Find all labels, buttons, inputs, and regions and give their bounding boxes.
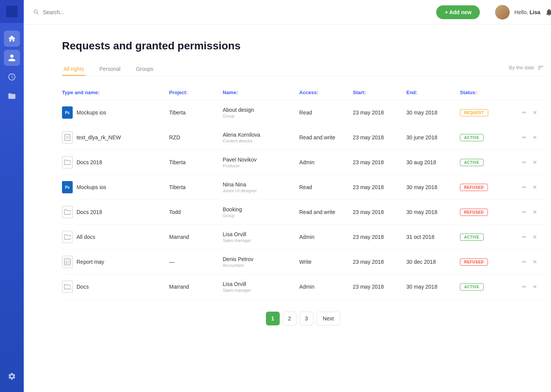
tab-groups[interactable]: Groups <box>134 63 155 76</box>
content-area: Requests and granted permissions All rig… <box>24 24 551 392</box>
type-name-7: Docs <box>77 284 89 290</box>
type-cell-1: text_dlya_rk_NEW <box>62 131 169 144</box>
project-cell-3: Tiberta <box>169 184 223 190</box>
name-sub-6: Accountant <box>223 263 299 268</box>
access-cell-6: Write <box>299 259 353 265</box>
name-main-7: Lisa Orvill <box>223 281 299 287</box>
search-container <box>33 9 430 16</box>
main-content: + Add new Hello, Lisa Requests and grant… <box>24 0 551 392</box>
table-row: text_dlya_rk_NEW RZD Alena Kornilova Con… <box>62 125 544 150</box>
status-badge-3: REFUSED <box>460 184 488 191</box>
sidebar <box>0 0 24 392</box>
access-cell-0: Read <box>299 109 353 116</box>
name-main-5: Lisa Orvill <box>223 231 299 237</box>
edit-button-1[interactable]: ✏ <box>521 134 527 141</box>
tab-personal[interactable]: Personal <box>98 63 122 76</box>
actions-cell-7: ✏ ✕ <box>521 283 544 291</box>
svg-rect-4 <box>64 259 70 265</box>
avatar-image <box>495 5 510 20</box>
type-cell-3: Ps Mockups ios <box>62 181 169 193</box>
edit-button-0[interactable]: ✏ <box>521 109 527 116</box>
file-icon-doc <box>62 131 73 144</box>
name-main-3: Nina Nina <box>223 181 299 188</box>
end-cell-1: 30 june 2018 <box>406 134 460 140</box>
sidebar-item-files[interactable] <box>4 88 20 104</box>
table-row: Docs 2018 Todd Booking Group Read and wr… <box>62 200 544 225</box>
file-icon-ps: Ps <box>62 106 73 119</box>
status-badge-6: REFUSED <box>460 258 488 266</box>
edit-button-4[interactable]: ✏ <box>521 208 527 216</box>
file-icon-table <box>62 256 73 268</box>
actions-cell-4: ✏ ✕ <box>521 208 544 216</box>
edit-button-2[interactable]: ✏ <box>521 158 527 166</box>
delete-button-1[interactable]: ✕ <box>532 134 538 141</box>
edit-button-3[interactable]: ✏ <box>521 183 527 191</box>
end-cell-2: 30 aug 2018 <box>406 159 460 165</box>
sort-icon[interactable] <box>537 64 544 71</box>
status-badge-2: ACTIVE <box>460 159 484 166</box>
delete-button-7[interactable]: ✕ <box>532 283 538 291</box>
delete-button-6[interactable]: ✕ <box>532 258 538 266</box>
sidebar-item-clock[interactable] <box>4 69 20 85</box>
add-new-button[interactable]: + Add new <box>436 5 480 19</box>
actions-cell-5: ✏ ✕ <box>521 233 544 241</box>
end-cell-3: 30 may 2018 <box>406 184 460 190</box>
table-body: Ps Mockups ios Tiberta About design Grou… <box>62 100 544 299</box>
edit-button-6[interactable]: ✏ <box>521 258 527 266</box>
clock-icon <box>8 73 16 81</box>
table-row: Docs Marrand Lisa Orvill Sales manager A… <box>62 274 544 299</box>
bell-icon[interactable] <box>545 8 551 16</box>
delete-button-2[interactable]: ✕ <box>532 158 538 166</box>
status-cell-6: REFUSED <box>460 258 521 266</box>
sidebar-item-settings[interactable] <box>4 368 20 384</box>
col-start: Start: <box>353 90 406 95</box>
name-cell-1: Alena Kornilova Content director <box>223 132 299 143</box>
sort-area: By the date <box>509 64 544 74</box>
delete-button-3[interactable]: ✕ <box>532 183 538 191</box>
type-cell-4: Docs 2018 <box>62 206 169 218</box>
table-header: Type and name: Project: Name: Access: St… <box>62 85 544 100</box>
page-2-button[interactable]: 2 <box>283 312 297 325</box>
name-sub-1: Content director <box>223 139 299 143</box>
search-icon <box>33 9 40 16</box>
status-badge-7: ACTIVE <box>460 283 484 291</box>
col-type: Type and name: <box>62 90 169 95</box>
tab-all-rights[interactable]: All rights <box>62 63 86 76</box>
file-icon-folder <box>62 206 73 218</box>
name-sub-4: Group <box>223 213 299 218</box>
type-name-4: Docs 2018 <box>77 209 102 215</box>
edit-button-7[interactable]: ✏ <box>521 283 527 291</box>
next-button[interactable]: Next <box>316 312 341 325</box>
sidebar-item-home[interactable] <box>4 31 20 47</box>
type-cell-6: Report may <box>62 256 169 268</box>
end-cell-6: 30 dec 2018 <box>406 259 460 265</box>
delete-button-0[interactable]: ✕ <box>532 109 538 116</box>
name-sub-0: Group <box>223 114 299 118</box>
name-sub-7: Sales manager <box>223 288 299 292</box>
project-cell-0: Tiberta <box>169 109 223 116</box>
delete-button-5[interactable]: ✕ <box>532 233 538 241</box>
topbar: + Add new Hello, Lisa <box>24 0 551 24</box>
delete-button-4[interactable]: ✕ <box>532 208 538 216</box>
edit-button-5[interactable]: ✏ <box>521 233 527 241</box>
type-cell-0: Ps Mockups ios <box>62 106 169 119</box>
gear-icon <box>8 372 16 381</box>
person-icon <box>8 54 16 62</box>
type-name-1: text_dlya_rk_NEW <box>77 134 121 140</box>
status-badge-0: REQUEST <box>460 109 488 116</box>
access-cell-4: Read and write <box>299 209 353 215</box>
name-sub-5: Sales manager <box>223 238 299 243</box>
name-main-6: Denis Petrov <box>223 256 299 262</box>
page-3-button[interactable]: 3 <box>300 312 313 325</box>
sidebar-item-users[interactable] <box>4 50 20 66</box>
user-section: Hello, Lisa <box>495 5 551 20</box>
page-1-button[interactable]: 1 <box>266 312 280 325</box>
user-name: Lisa <box>530 9 540 15</box>
search-input[interactable] <box>43 9 119 15</box>
name-sub-3: Junior UI designer <box>223 188 299 193</box>
project-cell-2: Tiberta <box>169 159 223 165</box>
project-cell-7: Marrand <box>169 284 223 290</box>
actions-cell-1: ✏ ✕ <box>521 134 544 141</box>
status-cell-7: ACTIVE <box>460 283 521 291</box>
name-main-1: Alena Kornilova <box>223 132 299 138</box>
